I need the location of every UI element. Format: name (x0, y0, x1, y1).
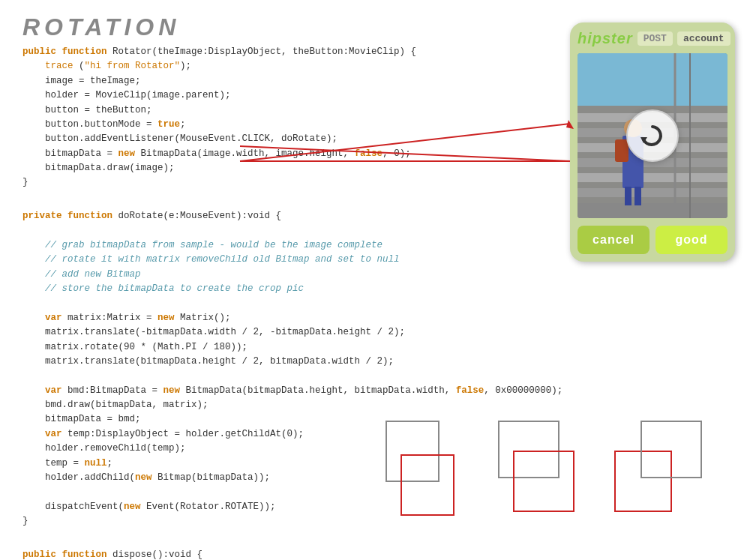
svg-rect-12 (625, 187, 632, 205)
code-line (22, 369, 458, 383)
code-line: matrix.translate(bitmapData.height / 2, … (22, 355, 458, 369)
svg-rect-21 (386, 421, 439, 481)
code-line: button = theButton; (22, 103, 458, 118)
svg-rect-13 (634, 187, 641, 205)
svg-rect-25 (615, 451, 671, 511)
svg-rect-8 (578, 203, 728, 218)
code-line (22, 224, 458, 238)
code-line: public function Rotator(theImage:Display… (22, 45, 458, 59)
diagram-1 (379, 414, 469, 526)
good-button[interactable]: good (656, 226, 728, 254)
svg-rect-24 (514, 451, 574, 511)
code-line: // add new Bitmap (22, 268, 458, 282)
phone-nav-account[interactable]: account (677, 31, 730, 46)
code-line: public function dispose():void { (22, 548, 458, 560)
code-line: matrix.translate(-bitmapData.width / 2, … (22, 325, 458, 340)
code-line: // grab bitmapData from sample - would b… (22, 238, 458, 253)
phone-logo: hipster (578, 30, 633, 47)
svg-rect-7 (578, 188, 728, 197)
phone-nav: hipster POST account (578, 30, 728, 47)
phone-image-container (578, 53, 728, 218)
svg-rect-22 (401, 455, 454, 515)
code-line: matrix.rotate(90 * (Math.PI / 180)); (22, 340, 458, 355)
rotate-icon (638, 121, 668, 151)
code-block-1: public function Rotator(theImage:Display… (22, 45, 458, 190)
code-line: } (22, 175, 458, 190)
svg-rect-23 (499, 421, 559, 478)
code-line (22, 296, 458, 310)
code-line: var matrix:Matrix = new Matrix(); (22, 311, 458, 325)
phone-nav-post[interactable]: POST (638, 31, 673, 46)
code-line: bitmapData = new BitmapData(image.width,… (22, 147, 458, 161)
diagrams-area (368, 403, 720, 538)
code-line: private function doRotate(e:MouseEvent):… (22, 209, 458, 223)
code-line: image = theImage; (22, 74, 458, 88)
code-line: trace ("hi from Rotator"); (22, 59, 458, 73)
diagram-3 (611, 414, 709, 526)
code-line: // rotate it with matrix removeChild old… (22, 253, 458, 267)
code-line: bitmapData.draw(image); (22, 161, 458, 175)
svg-rect-0 (578, 53, 728, 106)
svg-rect-6 (578, 173, 728, 182)
code-line: var bmd:BitmapData = new BitmapData(bitm… (22, 384, 458, 398)
code-line: // store the bitmapData to create the cr… (22, 282, 458, 296)
phone-buttons: cancel good (578, 226, 728, 254)
svg-rect-11 (615, 139, 628, 162)
rotate-icon-overlay[interactable] (626, 109, 679, 162)
code-line: button.addEventListener(MouseEvent.CLICK… (22, 132, 458, 146)
code-line: holder = MovieClip(image.parent); (22, 88, 458, 103)
cancel-button[interactable]: cancel (578, 226, 650, 254)
code-line: button.buttonMode = true; (22, 118, 458, 132)
phone-mockup: hipster POST account (570, 22, 735, 262)
diagram-2 (491, 414, 589, 526)
code-line (22, 195, 458, 209)
